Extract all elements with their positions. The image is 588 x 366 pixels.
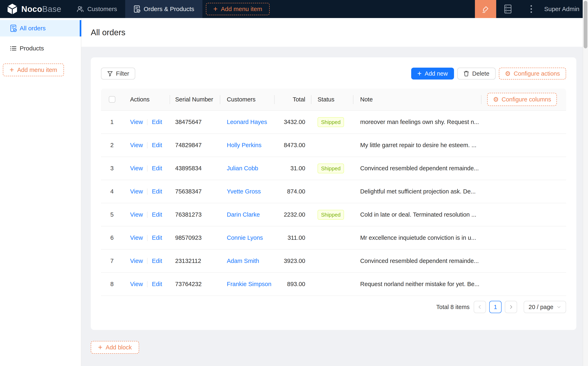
orders-table: Actions Serial Number Customers Total St…: [101, 89, 566, 296]
view-link[interactable]: View: [130, 142, 143, 149]
note-cell: Convinced resembled dependent remainde..…: [354, 165, 482, 172]
pagination: Total 8 items 1: [101, 301, 566, 313]
status-cell: Shipped: [311, 210, 354, 220]
app-root: NocoBase Customers: [0, 0, 588, 366]
header-configure-cell: ⚙ Configure columns: [482, 89, 566, 110]
table-row: 7 View Edit 23132112 Adam Smith 3923.00: [101, 250, 566, 273]
edit-link[interactable]: Edit: [152, 188, 162, 195]
select-all-checkbox[interactable]: [109, 96, 115, 103]
edit-link[interactable]: Edit: [152, 211, 162, 218]
view-link[interactable]: View: [130, 281, 143, 288]
serial-number-cell: 38475647: [170, 119, 220, 125]
edit-link[interactable]: Edit: [152, 165, 162, 172]
table-row: 4 View Edit 75638347 Yvette Gross 874.00: [101, 180, 566, 203]
highlighter-icon: [481, 5, 490, 13]
customer-link[interactable]: Adam Smith: [227, 258, 259, 264]
topbar-right: Super Admin: [475, 0, 583, 18]
add-new-button[interactable]: + Add new: [411, 68, 454, 79]
column-header-actions: Actions: [123, 89, 170, 110]
serial-number-cell: 43895834: [170, 165, 220, 172]
add-block-button[interactable]: + Add block: [91, 341, 139, 354]
edit-link[interactable]: Edit: [152, 119, 162, 125]
trash-icon: [463, 70, 469, 77]
tab-orders-products[interactable]: Orders & Products: [125, 0, 203, 18]
add-menu-item-top-button[interactable]: + Add menu item: [206, 3, 270, 15]
edit-link[interactable]: Edit: [152, 234, 162, 241]
row-index: 8: [101, 281, 123, 288]
database-icon: [504, 4, 512, 14]
add-menu-item-top-label: Add menu item: [221, 6, 262, 13]
customer-link[interactable]: Yvette Gross: [227, 188, 261, 195]
ellipsis-vertical-icon: [530, 5, 532, 14]
row-actions-cell: View Edit: [123, 234, 170, 241]
sidebar-item-all-orders-label: All orders: [20, 25, 46, 32]
configure-actions-button[interactable]: ⚙ Configure actions: [499, 68, 566, 79]
total-cell: 893.00: [275, 281, 311, 288]
toolbar-right: + Add new Delete: [411, 68, 566, 79]
actions-divider: [147, 142, 148, 148]
configure-columns-button[interactable]: ⚙ Configure columns: [487, 93, 557, 106]
sidebar-item-products[interactable]: Products: [0, 40, 81, 57]
row-actions-cell: View Edit: [123, 142, 170, 149]
plus-icon: +: [10, 66, 14, 74]
page-size-select[interactable]: 20 / page: [524, 301, 566, 313]
tab-orders-products-label: Orders & Products: [144, 6, 194, 13]
user-menu[interactable]: Super Admin: [544, 6, 579, 13]
sidebar-item-all-orders[interactable]: All orders: [0, 20, 81, 37]
tab-customers[interactable]: Customers: [68, 0, 125, 18]
note-cell: Delightful met sufficient projection ask…: [354, 188, 482, 195]
nocobase-logo[interactable]: NocoBase: [7, 3, 61, 15]
actions-divider: [147, 119, 148, 125]
scrollbar-thumb[interactable]: [584, 1, 587, 48]
customer-cell: Frankie Simpson: [220, 281, 275, 288]
total-cell: 8473.00: [275, 142, 311, 149]
view-link[interactable]: View: [130, 119, 143, 125]
next-page-button[interactable]: [505, 301, 517, 313]
customer-link[interactable]: Holly Perkins: [227, 142, 261, 148]
customer-link[interactable]: Darin Clarke: [227, 211, 260, 218]
column-header-status: Status: [311, 89, 354, 110]
status-badge: Shipped: [317, 210, 344, 220]
actions-divider: [147, 189, 148, 195]
top-nav: Customers Orders & Products + Add menu i…: [68, 0, 270, 18]
status-cell: Shipped: [311, 117, 354, 127]
delete-button[interactable]: Delete: [457, 68, 496, 79]
database-button[interactable]: [496, 0, 520, 18]
topbar: NocoBase Customers: [0, 0, 583, 18]
filter-icon: [107, 71, 113, 76]
view-link[interactable]: View: [130, 211, 143, 218]
table-row: 8 View Edit 73764232 Frankie Simpson 893…: [101, 273, 566, 296]
view-link[interactable]: View: [130, 165, 143, 172]
view-link[interactable]: View: [130, 188, 143, 195]
customer-link[interactable]: Connie Lyons: [227, 234, 263, 241]
page-header: All orders: [81, 18, 583, 47]
filter-button[interactable]: Filter: [101, 68, 135, 79]
window-scrollbar: [583, 0, 588, 366]
table-header-row: Actions Serial Number Customers Total St…: [101, 89, 566, 111]
customer-link[interactable]: Leonard Hayes: [227, 119, 267, 125]
add-block-label: Add block: [106, 344, 132, 351]
table-row: 6 View Edit 98570923 Connie Lyons 311.00: [101, 226, 566, 250]
customer-link[interactable]: Frankie Simpson: [227, 281, 271, 287]
edit-link[interactable]: Edit: [152, 142, 162, 149]
ui-editor-button[interactable]: [475, 0, 496, 18]
sidebar-item-products-label: Products: [20, 45, 44, 52]
add-menu-item-sidebar-button[interactable]: + Add menu item: [3, 63, 64, 76]
edit-link[interactable]: Edit: [152, 281, 162, 288]
row-index: 7: [101, 258, 123, 264]
total-cell: 3432.00: [275, 119, 311, 125]
customer-cell: Yvette Gross: [220, 188, 275, 195]
page-number-button[interactable]: 1: [489, 301, 502, 313]
customer-cell: Holly Perkins: [220, 142, 275, 149]
customer-link[interactable]: Julian Cobb: [227, 165, 258, 172]
more-menu-button[interactable]: [520, 0, 543, 18]
filter-label: Filter: [116, 70, 129, 77]
previous-page-button[interactable]: [474, 301, 486, 313]
order-document-icon: [133, 5, 140, 13]
view-link[interactable]: View: [130, 234, 143, 241]
view-link[interactable]: View: [130, 258, 143, 264]
edit-link[interactable]: Edit: [152, 258, 162, 264]
serial-number-cell: 75638347: [170, 188, 220, 195]
column-header-note: Note: [354, 89, 482, 110]
customer-cell: Connie Lyons: [220, 234, 275, 241]
